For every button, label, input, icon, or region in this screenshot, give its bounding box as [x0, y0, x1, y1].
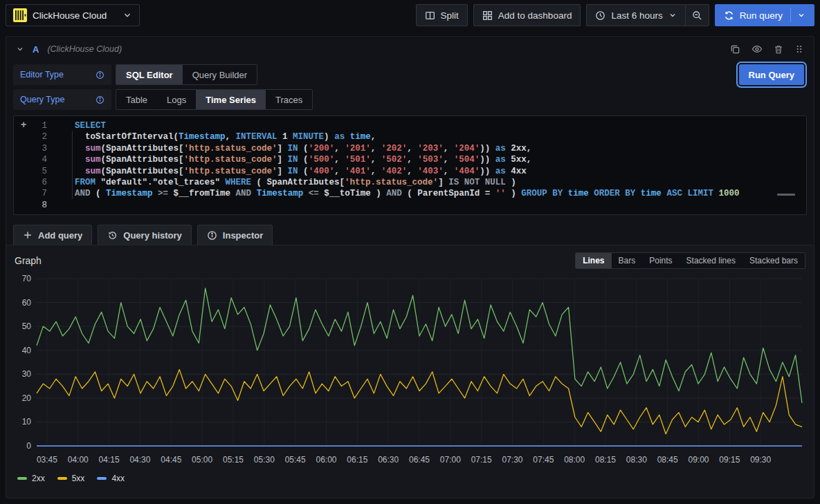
legend-swatch: [57, 477, 67, 480]
chevron-down-icon: [122, 10, 132, 20]
editor-type-option-query-builder[interactable]: Query Builder: [183, 65, 257, 84]
x-axis-tick-label: 08:00: [564, 455, 585, 465]
graph-view-option-stacked-lines[interactable]: Stacked lines: [680, 253, 742, 268]
inspector-button[interactable]: Inspector: [197, 225, 273, 245]
time-range-button[interactable]: Last 6 hours: [586, 4, 684, 26]
graph-panel-header: Graph LinesBarsPointsStacked linesStacke…: [6, 245, 814, 270]
chart-legend: 2xx5xx4xx: [6, 469, 814, 486]
zoom-out-icon: [692, 10, 702, 21]
info-icon: [95, 95, 104, 104]
add-to-dashboard-button[interactable]: Add to dashboard: [473, 4, 581, 26]
datasource-picker[interactable]: ClickHouse Cloud: [6, 4, 140, 26]
y-axis-tick-label: 20: [22, 393, 32, 403]
chevron-down-icon: [790, 8, 805, 22]
sql-code-editor[interactable]: + 1SELECT2 toStartOfInterval(Timestamp, …: [13, 115, 807, 215]
time-range-group: Last 6 hours: [586, 4, 709, 26]
sql-line-6[interactable]: 6FROM "default"."otel_traces" WHERE ( Sp…: [14, 177, 806, 188]
sql-line-5[interactable]: 5 sum(SpanAttributes['http.status_code']…: [14, 166, 806, 177]
query-editor-panel: A (ClickHouse Cloud) Editor Type SQL Edi…: [6, 36, 814, 254]
query-history-button[interactable]: Query history: [98, 225, 192, 245]
graph-view-option-points[interactable]: Points: [642, 253, 679, 268]
legend-swatch: [97, 477, 107, 480]
x-axis-tick-label: 09:30: [750, 455, 771, 465]
timeseries-chart[interactable]: 01020304050607003:4504:0004:1504:3004:45…: [13, 272, 805, 469]
line-number: 2: [14, 131, 58, 142]
legend-item-2xx[interactable]: 2xx: [17, 474, 45, 483]
line-number: 5: [14, 166, 58, 177]
query-datasource-hint: (ClickHouse Cloud): [47, 44, 122, 54]
query-type-option-table[interactable]: Table: [116, 90, 157, 109]
query-footer-actions: Add query Query history Inspector: [13, 225, 807, 245]
graph-view-option-stacked-bars[interactable]: Stacked bars: [742, 253, 805, 268]
history-icon: [107, 230, 118, 241]
graph-title: Graph: [15, 255, 42, 266]
sql-line-8[interactable]: 8: [14, 200, 806, 211]
split-button[interactable]: Split: [416, 4, 468, 26]
clock-icon: [595, 10, 605, 21]
graph-panel: Graph LinesBarsPointsStacked linesStacke…: [6, 245, 814, 498]
sql-line-4[interactable]: 4 sum(SpanAttributes['http.status_code']…: [14, 154, 806, 165]
run-query-button[interactable]: Run Query: [739, 64, 804, 85]
x-axis-tick-label: 05:15: [223, 455, 244, 465]
line-number: 3: [14, 143, 58, 154]
split-label: Split: [441, 10, 459, 21]
sql-line-1[interactable]: 1SELECT: [14, 120, 806, 131]
delete-query-trash-icon[interactable]: [774, 44, 783, 55]
chevron-down-icon: [668, 11, 677, 19]
clickhouse-logo: [13, 8, 27, 22]
line-number: 7: [14, 188, 58, 199]
x-axis-tick-label: 04:45: [161, 455, 181, 465]
grid-icon: [482, 10, 493, 21]
editor-type-row: Editor Type SQL EditorQuery Builder Run …: [13, 64, 807, 85]
x-axis-tick-label: 03:45: [37, 455, 57, 465]
grafana-explore-page: { "topbar": { "datasource_name": "ClickH…: [0, 0, 820, 504]
legend-item-4xx[interactable]: 4xx: [97, 474, 125, 483]
query-type-row: Query Type TableLogsTime SeriesTraces: [13, 89, 807, 110]
editor-type-options: SQL EditorQuery Builder: [116, 64, 257, 85]
y-axis-tick-label: 50: [22, 321, 32, 331]
line-number: 4: [14, 154, 58, 165]
y-axis-tick-label: 70: [22, 274, 32, 283]
legend-item-5xx[interactable]: 5xx: [57, 474, 85, 483]
graph-view-option-lines[interactable]: Lines: [576, 253, 611, 268]
collapse-chevron-icon[interactable]: [16, 45, 24, 53]
plus-icon: [23, 230, 33, 240]
copy-query-icon[interactable]: [730, 44, 740, 55]
query-row-header: A (ClickHouse Cloud): [13, 38, 807, 60]
y-axis-tick-label: 10: [22, 417, 32, 427]
y-axis-tick-label: 30: [22, 369, 32, 379]
graph-view-option-bars[interactable]: Bars: [612, 253, 643, 268]
x-axis-tick-label: 05:00: [192, 455, 212, 465]
editor-type-option-sql-editor[interactable]: SQL Editor: [116, 65, 183, 84]
add-to-dashboard-label: Add to dashboard: [498, 10, 572, 21]
info-icon: [95, 71, 104, 80]
time-range-label: Last 6 hours: [611, 10, 662, 21]
sql-line-2[interactable]: 2 toStartOfInterval(Timestamp, INTERVAL …: [14, 131, 806, 142]
x-axis-tick-label: 07:00: [440, 455, 461, 465]
hide-query-eye-icon[interactable]: [751, 44, 763, 55]
sql-line-3[interactable]: 3 sum(SpanAttributes['http.status_code']…: [14, 143, 806, 154]
sync-icon: [724, 10, 734, 21]
x-axis-tick-label: 08:30: [626, 455, 647, 465]
drag-handle-grip-icon[interactable]: [794, 44, 804, 54]
add-query-button[interactable]: Add query: [13, 225, 92, 245]
query-type-option-traces[interactable]: Traces: [266, 90, 312, 109]
legend-label: 2xx: [32, 474, 45, 483]
zoom-out-button[interactable]: [685, 4, 709, 26]
y-axis-tick-label: 0: [26, 441, 31, 451]
split-icon: [425, 10, 435, 21]
x-axis-tick-label: 07:30: [502, 455, 522, 465]
query-type-option-time-series[interactable]: Time Series: [196, 90, 266, 109]
datasource-name: ClickHouse Cloud: [33, 10, 107, 21]
run-query-toolbar-button[interactable]: Run query: [715, 4, 814, 26]
info-icon: [207, 230, 217, 241]
query-type-label: Query Type: [13, 89, 111, 110]
sql-line-7[interactable]: 7AND ( Timestamp >= $__fromTime AND Time…: [14, 188, 806, 199]
x-axis-tick-label: 08:15: [595, 455, 616, 465]
query-type-options: TableLogsTime SeriesTraces: [116, 89, 313, 110]
query-ref-id[interactable]: A: [33, 44, 39, 55]
x-axis-tick-label: 05:45: [285, 455, 306, 465]
query-type-option-logs[interactable]: Logs: [157, 90, 196, 109]
legend-label: 5xx: [72, 474, 85, 483]
x-axis-tick-label: 04:15: [99, 455, 120, 465]
